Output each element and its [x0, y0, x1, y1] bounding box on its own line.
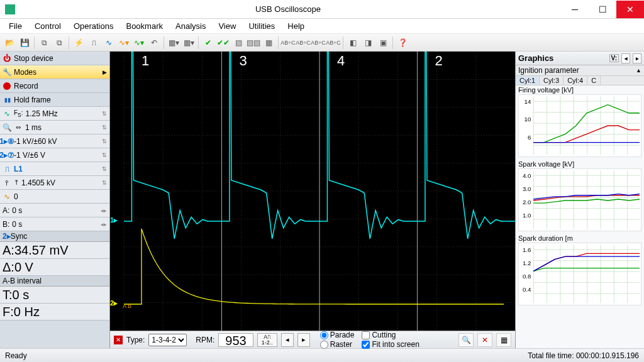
- selector-icon[interactable]: V:: [609, 54, 619, 62]
- stepper-icon[interactable]: ⇅: [102, 124, 107, 131]
- toolbar-grid2-icon[interactable]: ▦▾: [182, 36, 196, 50]
- toolbar: 📂 💾 ⧉ ⧉ ⚡ ⎍ ∿ ∿▾ ∿▾ ↶ ▦▾ ▦▾ ✔ ✔✔ ▤ ▤▤ ▦ …: [0, 34, 644, 52]
- nav-left-button[interactable]: ◂: [281, 333, 294, 347]
- toolbar-grid-icon[interactable]: ▦▾: [167, 36, 180, 50]
- stepper-icon[interactable]: ⇅: [102, 152, 107, 158]
- cursor-b-row[interactable]: B: 0 s ◂▸: [0, 217, 109, 231]
- cursor-0-row[interactable]: ∿ 0: [0, 190, 109, 204]
- toolbar-doc-icon[interactable]: ▤: [231, 36, 245, 50]
- tab-cyl4[interactable]: Cyl:4: [564, 76, 587, 85]
- close-button[interactable]: ✕: [616, 1, 644, 18]
- toolbar-pulse-icon[interactable]: ⎍: [87, 36, 101, 50]
- mini-chart[interactable]: 1.61.20.80.4: [518, 243, 641, 305]
- zoom-icon[interactable]: 🔍: [458, 333, 474, 347]
- mini-chart[interactable]: 14106: [518, 94, 641, 157]
- svg-text:A: A: [123, 303, 126, 309]
- ab-interval-label: A-B interval: [0, 276, 109, 287]
- collapse-icon[interactable]: ▲: [636, 67, 641, 74]
- toolbar-copy-icon[interactable]: ⧉: [37, 36, 51, 50]
- firing-order-select[interactable]: 1-3-4-2: [148, 334, 187, 346]
- cursor-a-row[interactable]: A: 0 s ◂▸: [0, 204, 109, 217]
- timebase-row[interactable]: 🔍 ⇔ 1 ms ⇅: [0, 121, 109, 134]
- params-title-row[interactable]: Ignition parameter ▲: [516, 65, 644, 76]
- menu-analysis[interactable]: Analysis: [169, 20, 212, 32]
- toolbar-undo-icon[interactable]: ↶: [147, 36, 161, 50]
- sync-label: 2▸Sync: [0, 231, 109, 242]
- toolbar-wave-orange-icon[interactable]: ∿▾: [117, 36, 131, 50]
- toolbar-abc-icon[interactable]: AB÷C: [281, 36, 295, 50]
- menu-operations[interactable]: Operations: [67, 20, 120, 32]
- menu-view[interactable]: View: [212, 20, 242, 32]
- toolbar-x1-icon[interactable]: ◧: [346, 36, 360, 50]
- cutting-checkbox[interactable]: Cutting: [362, 331, 419, 339]
- next-button[interactable]: ▸: [633, 53, 641, 63]
- menu-file[interactable]: File: [3, 20, 28, 32]
- tab-cyl-more[interactable]: C: [587, 76, 601, 85]
- toolbar-paste-icon[interactable]: ⧉: [52, 36, 66, 50]
- toolbar-x3-icon[interactable]: ▣: [376, 36, 390, 50]
- channel-2-row[interactable]: 2▸⑦ -1 V/±6 V ⇅: [0, 148, 109, 162]
- raster-radio[interactable]: Raster: [320, 340, 355, 349]
- stepper-icon[interactable]: ⇅: [102, 138, 107, 145]
- delete-icon[interactable]: ✕: [477, 333, 492, 347]
- toolbar-check-icon[interactable]: ✔: [201, 36, 215, 50]
- scale-icon: ⇔: [14, 123, 23, 132]
- menu-utilities[interactable]: Utilities: [242, 20, 281, 32]
- toolbar-open-icon[interactable]: 📂: [3, 36, 16, 50]
- toolbar-help-icon[interactable]: ❓: [396, 36, 409, 50]
- toolbar-checks-icon[interactable]: ✔✔: [216, 36, 230, 50]
- chart-toggle-icon[interactable]: ▦: [496, 333, 511, 347]
- ch2-icon: 2▸⑦: [3, 151, 11, 160]
- fit-checkbox[interactable]: Fit into screen: [362, 340, 419, 349]
- align-button[interactable]: A⎍1-2..: [257, 333, 277, 347]
- toolbar-wave-green-icon[interactable]: ∿▾: [132, 36, 146, 50]
- minimize-button[interactable]: ─: [561, 1, 589, 18]
- graphics-header: Graphics V: ◂ ▸: [516, 52, 644, 65]
- trigger-row-2[interactable]: ⫯ ⤒ 1.4505 kV ⇅: [0, 176, 109, 190]
- toolbar-abc4-icon[interactable]: AB÷C: [326, 36, 340, 50]
- stepper-icon[interactable]: ◂▸: [101, 221, 107, 228]
- nav-right-button[interactable]: ▸: [297, 333, 310, 347]
- stop-device-label: Stop device: [14, 54, 107, 63]
- stepper-icon[interactable]: ⇅: [102, 166, 107, 172]
- trigger-row-1[interactable]: ⎍ L1 ⇅: [0, 162, 109, 176]
- stepper-icon[interactable]: ⇅: [102, 111, 107, 117]
- channel-1-row[interactable]: 1▸⑧ -1 kV/±60 kV ⇅: [0, 134, 109, 148]
- toolbar-x2-icon[interactable]: ◨: [361, 36, 375, 50]
- toolbar-abc2-icon[interactable]: AB÷C: [296, 36, 310, 50]
- modes-button[interactable]: 🔧 Modes ▶: [0, 65, 109, 79]
- record-button[interactable]: Record: [0, 79, 109, 93]
- sample-rate-row[interactable]: ∿ FS: 1.25 MHz ⇅: [0, 107, 109, 121]
- stepper-icon[interactable]: ◂▸: [101, 207, 107, 214]
- scope-toolbar: ✕ Type: 1-3-4-2 RPM: 953 A⎍1-2.. ◂ ▸ Par…: [110, 331, 515, 348]
- oscilloscope-display[interactable]: 1342AB 1▸ 2▸: [110, 52, 515, 331]
- mini-chart[interactable]: 4.03.02.01.0: [518, 168, 641, 231]
- stepper-icon[interactable]: ⇅: [102, 180, 107, 186]
- mini-chart-title: Spark voltage [kV]: [516, 160, 644, 168]
- stop-device-button[interactable]: ⏻ Stop device: [0, 52, 109, 65]
- statusbar: Ready Total file time: 000:00:10.915.196: [0, 348, 644, 362]
- menu-bookmark[interactable]: Bookmark: [119, 20, 169, 32]
- toolbar-chart-icon[interactable]: ▦: [262, 36, 275, 50]
- chevron-right-icon: ▶: [103, 69, 107, 75]
- parade-radio[interactable]: Parade: [320, 331, 355, 339]
- toolbar-wave-blue-icon[interactable]: ∿: [102, 36, 116, 50]
- prev-button[interactable]: ◂: [621, 53, 630, 63]
- tab-cyl1[interactable]: Cyl:1: [516, 76, 540, 85]
- status-ready: Ready: [5, 351, 528, 360]
- menu-control[interactable]: Control: [28, 20, 67, 32]
- toolbar-docs-icon[interactable]: ▤▤: [247, 36, 260, 50]
- timebase-value: 1 ms: [25, 123, 99, 132]
- svg-text:14: 14: [525, 98, 531, 105]
- tab-cyl3[interactable]: Cyl:3: [540, 76, 564, 85]
- toolbar-abc3-icon[interactable]: AB÷C: [311, 36, 325, 50]
- menu-help[interactable]: Help: [281, 20, 311, 32]
- svg-text:0.4: 0.4: [523, 286, 531, 293]
- svg-text:3: 3: [240, 53, 247, 69]
- left-panel: ⏻ Stop device 🔧 Modes ▶ Record ▮▮ Hold f…: [0, 52, 110, 348]
- hold-frame-button[interactable]: ▮▮ Hold frame: [0, 93, 109, 107]
- toolbar-save-icon[interactable]: 💾: [18, 36, 31, 50]
- close-scope-icon[interactable]: ✕: [114, 336, 123, 344]
- maximize-button[interactable]: ☐: [589, 1, 616, 18]
- toolbar-probe-icon[interactable]: ⚡: [72, 36, 86, 50]
